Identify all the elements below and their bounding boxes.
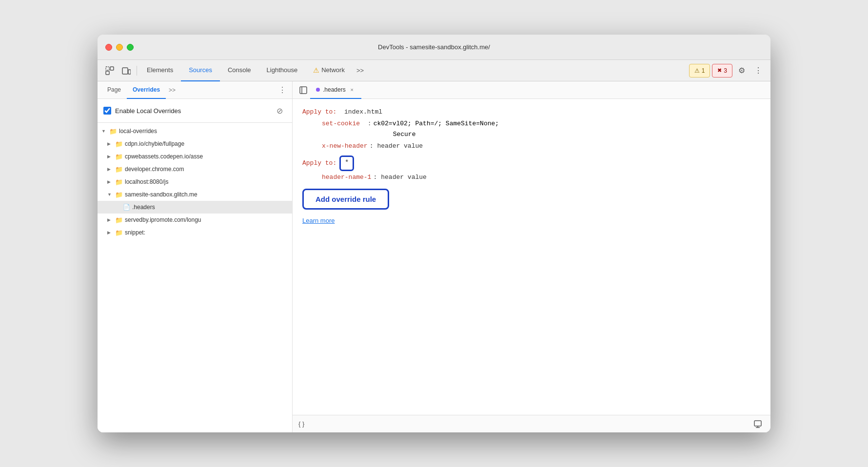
right-panel: .headers × Apply to: index.html se [293, 81, 770, 432]
add-override-rule-section: Add override rule [302, 189, 761, 210]
folder-icon: 📁 [109, 128, 117, 135]
tree-label: cpwebassets.codepen.io/asse [125, 153, 203, 160]
close-button[interactable] [105, 44, 112, 51]
code-line-apply-to-1: Apply to: index.html [302, 107, 761, 117]
svg-rect-4 [128, 70, 131, 74]
subtab-overrides[interactable]: Overrides [127, 81, 166, 99]
tree-item-samesite[interactable]: 📁 samesite-sandbox.glitch.me [98, 188, 292, 201]
learn-more-link[interactable]: Learn more [302, 215, 335, 226]
colon-separator: : [368, 118, 372, 129]
tree-arrow-open [107, 192, 113, 197]
folder-icon: 📁 [115, 153, 123, 160]
tree-label: localhost:8080/js [125, 178, 168, 185]
window-title: DevTools - samesite-sandbox.glitch.me/ [378, 43, 490, 51]
warning-badge-button[interactable]: ⚠ 1 [689, 64, 710, 78]
gear-icon: ⚙ [738, 66, 745, 75]
tree-label: .headers [132, 204, 155, 211]
folder-icon: 📁 [115, 140, 123, 148]
tree-arrow-closed [107, 217, 113, 222]
file-tab-bar: .headers × [293, 81, 770, 99]
tree-item-servedby[interactable]: 📁 servedby.ipromote.com/longu [98, 214, 292, 226]
tab-console[interactable]: Console [220, 60, 259, 81]
tree-item-headers-file[interactable]: 📄 .headers [98, 201, 292, 214]
folder-icon: 📁 [115, 229, 123, 236]
title-bar: DevTools - samesite-sandbox.glitch.me/ [98, 35, 770, 60]
file-tab-headers[interactable]: .headers × [310, 81, 361, 99]
block-overrides-button[interactable]: ⊘ [273, 104, 286, 117]
code-key-apply: Apply to: [302, 107, 336, 117]
settings-button[interactable]: ⚙ [733, 62, 750, 79]
tree-item-snippet[interactable]: 📁 snippet: [98, 226, 292, 239]
more-subtabs-button[interactable]: >> [166, 87, 178, 94]
tab-separator [137, 66, 137, 76]
format-icon: { } [298, 420, 304, 428]
sub-tab-bar: Page Overrides >> ⋮ [98, 81, 292, 99]
enable-overrides-checkbox[interactable] [103, 107, 111, 115]
tree-arrow-closed [107, 167, 113, 172]
kebab-icon: ⋮ [754, 66, 762, 75]
add-override-rule-button[interactable]: Add override rule [302, 189, 389, 210]
code-x-new-header-line: x-new-header : header value [322, 141, 761, 152]
folder-icon: 📁 [115, 166, 123, 173]
code-set-cookie-block: set-cookie : ck02=vl02; Path=/; SameSite… [322, 118, 761, 140]
subtab-kebab-button[interactable]: ⋮ [276, 85, 288, 95]
maximize-button[interactable] [127, 44, 134, 51]
enable-overrides-label: Enable Local Overrides [115, 107, 269, 115]
tree-arrow-closed [107, 230, 113, 235]
tree-arrow-closed [107, 154, 113, 159]
error-badge-button[interactable]: ✖ 3 [712, 64, 732, 78]
warning-badge-icon: ⚠ [694, 67, 700, 74]
tree-label: servedby.ipromote.com/longu [125, 216, 201, 223]
file-dot-indicator [316, 88, 320, 92]
svg-rect-3 [122, 68, 128, 74]
devtools-window: DevTools - samesite-sandbox.glitch.me/ E… [98, 35, 770, 432]
tree-item-cdpn[interactable]: 📁 cdpn.io/chybie/fullpage [98, 137, 292, 150]
format-button[interactable]: { } [298, 420, 304, 428]
svg-rect-7 [754, 421, 761, 426]
code-set-cookie-value1: ck02=vl02; Path=/; SameSite=None; [374, 118, 499, 129]
svg-rect-0 [106, 67, 109, 70]
svg-rect-5 [300, 87, 307, 94]
svg-rect-2 [110, 67, 114, 70]
tree-item-local-overrides[interactable]: 📁 local-overrides [98, 125, 292, 137]
bottom-right-button[interactable] [751, 417, 765, 431]
tab-lighthouse[interactable]: Lighthouse [259, 60, 306, 81]
device-toggle-icon[interactable] [118, 62, 135, 79]
inspect-element-icon[interactable] [101, 62, 118, 79]
toggle-sidebar-button[interactable] [296, 83, 310, 97]
network-warning-icon: ⚠ [313, 66, 319, 74]
tab-elements[interactable]: Elements [139, 60, 181, 81]
tree-arrow-closed [107, 141, 113, 146]
tree-item-cpweb[interactable]: 📁 cpwebassets.codepen.io/asse [98, 150, 292, 163]
tree-label: developer.chrome.com [125, 166, 184, 173]
subtab-page[interactable]: Page [101, 81, 127, 99]
tree-label: samesite-sandbox.glitch.me [125, 191, 197, 198]
more-options-button[interactable]: ⋮ [750, 62, 767, 79]
tree-label: snippet: [125, 229, 145, 236]
code-key-apply-2: Apply to: [302, 158, 336, 169]
tree-item-localhost[interactable]: 📁 localhost:8080/js [98, 175, 292, 188]
devtools-tab-bar: Elements Sources Console Lighthouse ⚠ Ne… [98, 60, 770, 81]
tree-item-devchrome[interactable]: 📁 developer.chrome.com [98, 163, 292, 175]
tree-label: local-overrides [119, 128, 157, 135]
tree-arrow-closed [107, 179, 113, 184]
tree-label: cdpn.io/chybie/fullpage [125, 140, 184, 147]
tab-network[interactable]: ⚠ Network [305, 60, 353, 81]
more-tabs-button[interactable]: >> [353, 60, 368, 81]
star-highlight-box: * [339, 156, 354, 171]
folder-icon: 📁 [115, 178, 123, 186]
close-file-tab-button[interactable]: × [349, 86, 355, 93]
svg-rect-1 [106, 71, 109, 75]
code-key-header-name: header-name-1 [322, 172, 371, 183]
traffic-lights [105, 44, 134, 51]
code-value-header-name: header value [381, 172, 427, 183]
tree-arrow-open [101, 129, 107, 134]
tab-sources[interactable]: Sources [181, 60, 220, 81]
file-tree: 📁 local-overrides 📁 cdpn.io/chybie/fullp… [98, 123, 292, 432]
bottom-toolbar: { } [293, 415, 770, 432]
minimize-button[interactable] [116, 44, 123, 51]
code-key-x-new-header: x-new-header [322, 141, 368, 152]
folder-icon: 📁 [115, 191, 123, 198]
code-editor[interactable]: Apply to: index.html set-cookie : ck02=v… [293, 99, 770, 415]
left-panel: Page Overrides >> ⋮ Enable Local Overrid… [98, 81, 293, 432]
